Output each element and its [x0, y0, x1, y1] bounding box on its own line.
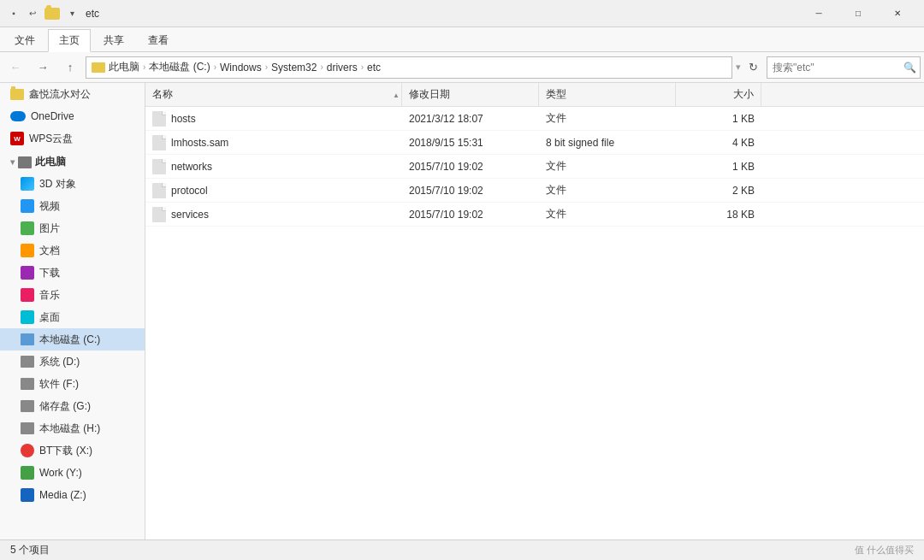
sidebar-item-this-pc[interactable]: ▾ 此电脑	[0, 150, 145, 173]
file-size-services: 18 KB	[676, 203, 761, 226]
table-row[interactable]: networks 2015/7/10 19:02 文件 1 KB	[145, 155, 924, 179]
tab-home[interactable]: 主页	[48, 29, 91, 52]
sidebar: 鑫悦流水对公 OneDrive W WPS云盘 ▾ 此电脑 3D 对象	[0, 83, 145, 539]
drive-f-icon	[21, 378, 34, 390]
music-icon	[21, 288, 34, 302]
breadcrumb-etc[interactable]: etc	[367, 62, 381, 74]
sidebar-item-drive-c-label: 本地磁盘 (C:)	[39, 333, 100, 347]
sidebar-item-onedrive-label: OneDrive	[31, 110, 74, 122]
sidebar-item-3d[interactable]: 3D 对象	[0, 173, 145, 195]
pc-icon	[18, 156, 32, 168]
sidebar-item-drive-g[interactable]: 储存盘 (G:)	[0, 395, 145, 417]
sidebar-item-work[interactable]: Work (Y:)	[0, 462, 145, 484]
file-type-services: 文件	[539, 203, 676, 226]
status-bar: 5 个项目 值 什么值得买	[0, 539, 924, 560]
file-name-networks: networks	[145, 155, 402, 178]
tab-share[interactable]: 共享	[92, 29, 135, 51]
sidebar-item-onedrive[interactable]: OneDrive	[0, 105, 145, 127]
search-input[interactable]	[773, 62, 903, 74]
sidebar-item-wps-label: WPS云盘	[29, 132, 73, 146]
search-icon[interactable]: 🔍	[903, 62, 916, 74]
forward-button[interactable]: →	[31, 56, 55, 79]
quick-access-icon[interactable]: ↩	[26, 7, 39, 21]
sidebar-item-media[interactable]: Media (Z:)	[0, 484, 145, 506]
address-dropdown-btn[interactable]: ▾	[736, 62, 741, 73]
title-dropdown-icon[interactable]: ▾	[65, 7, 79, 21]
table-row[interactable]: lmhosts.sam 2018/9/15 15:31 8 bit signed…	[145, 131, 924, 155]
search-box[interactable]: 🔍	[767, 56, 921, 79]
breadcrumb-system32[interactable]: System32	[271, 62, 317, 74]
sidebar-item-desktop[interactable]: 桌面	[0, 306, 145, 328]
file-name-lmhosts: lmhosts.sam	[145, 131, 402, 154]
address-right: ▾ ↻	[736, 56, 763, 79]
image-icon	[21, 221, 34, 235]
table-row[interactable]: services 2015/7/10 19:02 文件 18 KB	[145, 203, 924, 227]
sidebar-item-music[interactable]: 音乐	[0, 284, 145, 306]
close-button[interactable]: ✕	[878, 0, 917, 27]
sidebar-item-desktop-label: 桌面	[39, 310, 60, 325]
system-menu-icon[interactable]: ▪	[7, 7, 21, 21]
sidebar-item-download-label: 下载	[39, 266, 60, 280]
sidebar-item-work-label: Work (Y:)	[39, 467, 82, 479]
ribbon-tabs: 文件 主页 共享 查看	[0, 27, 924, 51]
sidebar-item-image[interactable]: 图片	[0, 217, 145, 239]
file-list-body: hosts 2021/3/12 18:07 文件 1 KB lmhosts.sa…	[145, 107, 924, 539]
bt-icon	[21, 444, 34, 457]
wps-icon: W	[10, 132, 24, 145]
file-list: 名称 ▲ 修改日期 类型 大小 hosts 2021/3/12 18:07	[145, 83, 924, 539]
file-icon	[152, 111, 166, 127]
file-date-networks: 2015/7/10 19:02	[402, 155, 539, 178]
sidebar-item-doc[interactable]: 文档	[0, 239, 145, 262]
minimize-button[interactable]: ─	[799, 0, 838, 27]
sidebar-item-drive-c[interactable]: 本地磁盘 (C:)	[0, 328, 145, 351]
back-button[interactable]: ←	[3, 56, 27, 79]
sidebar-item-media-label: Media (Z:)	[39, 489, 86, 501]
breadcrumb-pc[interactable]: 此电脑	[109, 60, 139, 74]
sidebar-item-video-label: 视频	[39, 199, 60, 214]
drive-d-icon	[21, 356, 34, 368]
sidebar-item-bt[interactable]: BT下载 (X:)	[0, 439, 145, 462]
item-count: 5 个项目	[10, 543, 50, 557]
up-button[interactable]: ↑	[58, 56, 82, 79]
sidebar-item-download[interactable]: 下载	[0, 262, 145, 284]
watermark: 值 什么值得买	[855, 544, 914, 557]
address-area: ← → ↑ 此电脑 › 本地磁盘 (C:) › Windows › System…	[0, 52, 924, 83]
sidebar-item-drive-g-label: 储存盘 (G:)	[39, 399, 91, 414]
file-size-lmhosts: 4 KB	[676, 131, 761, 154]
sidebar-item-wps[interactable]: W WPS云盘	[0, 127, 145, 150]
address-bar[interactable]: 此电脑 › 本地磁盘 (C:) › Windows › System32 › d…	[86, 56, 732, 79]
sidebar-scroll[interactable]: 鑫悦流水对公 OneDrive W WPS云盘 ▾ 此电脑 3D 对象	[0, 83, 145, 539]
drive-g-icon	[21, 400, 34, 412]
file-date-lmhosts: 2018/9/15 15:31	[402, 131, 539, 154]
ribbon: 文件 主页 共享 查看	[0, 27, 924, 52]
breadcrumb-drivers[interactable]: drivers	[327, 62, 358, 74]
table-row[interactable]: protocol 2015/7/10 19:02 文件 2 KB	[145, 179, 924, 203]
sidebar-item-drive-d[interactable]: 系统 (D:)	[0, 351, 145, 373]
doc-icon	[21, 244, 34, 257]
sidebar-item-pinned[interactable]: 鑫悦流水对公	[0, 83, 145, 105]
sidebar-item-drive-h[interactable]: 本地磁盘 (H:)	[0, 417, 145, 439]
col-size-header[interactable]: 大小	[676, 83, 761, 106]
sidebar-item-doc-label: 文档	[39, 244, 60, 258]
window-title: etc	[86, 8, 799, 20]
col-name-header[interactable]: 名称 ▲	[145, 83, 402, 106]
sidebar-item-drive-h-label: 本地磁盘 (H:)	[39, 421, 100, 436]
tab-view[interactable]: 查看	[137, 29, 180, 51]
pinned-folder-icon	[10, 89, 24, 100]
file-list-header: 名称 ▲ 修改日期 类型 大小	[145, 83, 924, 107]
col-date-header[interactable]: 修改日期	[402, 83, 539, 106]
maximize-button[interactable]: □	[838, 0, 878, 27]
sidebar-item-video[interactable]: 视频	[0, 195, 145, 217]
sort-indicator: ▲	[393, 91, 400, 98]
file-icon	[152, 183, 166, 198]
tab-file[interactable]: 文件	[3, 29, 46, 51]
sidebar-item-bt-label: BT下载 (X:)	[39, 444, 92, 458]
file-size-networks: 1 KB	[676, 155, 761, 178]
sidebar-item-pinned-label: 鑫悦流水对公	[29, 87, 91, 102]
sidebar-item-drive-f[interactable]: 软件 (F:)	[0, 373, 145, 395]
refresh-button[interactable]: ↻	[743, 56, 763, 79]
breadcrumb-windows[interactable]: Windows	[220, 62, 262, 74]
breadcrumb-c[interactable]: 本地磁盘 (C:)	[149, 60, 210, 74]
col-type-header[interactable]: 类型	[539, 83, 676, 106]
table-row[interactable]: hosts 2021/3/12 18:07 文件 1 KB	[145, 107, 924, 131]
